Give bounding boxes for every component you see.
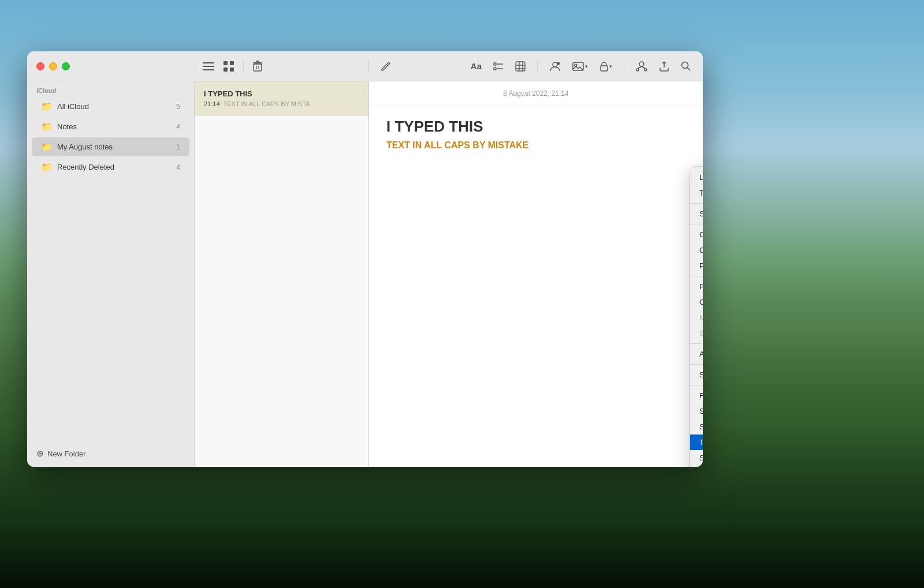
table-icon[interactable] — [515, 61, 526, 72]
svg-rect-12 — [494, 63, 496, 65]
context-menu-item-substitutions[interactable]: Substitutions › — [690, 419, 703, 435]
svg-rect-10 — [256, 66, 257, 69]
svg-rect-4 — [230, 61, 234, 65]
note-item-text: TEXT IN ALL CAPS BY MISTA... — [223, 100, 315, 107]
list-view-icon[interactable] — [203, 62, 214, 71]
app-window: Aa — [27, 51, 703, 467]
menu-separator — [690, 276, 703, 276]
menu-item-label: Spelling and Grammar — [699, 407, 703, 415]
context-menu-item-paste[interactable]: Paste — [690, 258, 703, 274]
context-menu-item-spelling[interactable]: Spelling and Grammar › — [690, 403, 703, 419]
format-text-icon[interactable]: Aa — [471, 61, 482, 71]
context-menu-item-speech[interactable]: Speech › — [690, 450, 703, 466]
svg-rect-9 — [254, 64, 262, 71]
sidebar-item-count: 4 — [176, 123, 180, 131]
svg-rect-8 — [253, 62, 262, 63]
sidebar-item-notes[interactable]: 📁 Notes 4 — [32, 117, 189, 136]
sidebar-item-count: 1 — [176, 143, 180, 151]
sidebar-item-label: Recently Deleted — [57, 163, 172, 171]
minimize-button[interactable] — [49, 62, 57, 70]
context-menu-item-search-google[interactable]: Search With Google — [690, 206, 703, 222]
sidebar-item-count: 4 — [176, 163, 180, 171]
sidebar-footer: ⊕ New Folder — [27, 440, 194, 467]
content-area: iCloud 📁 All iCloud 5 📁 Notes 4 📁 My Aug… — [27, 81, 703, 467]
context-menu-item-add-table[interactable]: Add Table ⌥⌘T — [690, 346, 703, 362]
toolbar-divider — [243, 61, 244, 72]
context-menu-item-transformations[interactable]: Transformations › — [690, 435, 703, 450]
context-menu-item-show-highlights: Show Highlights ^⌘I — [690, 325, 703, 341]
export-icon[interactable] — [659, 61, 669, 72]
checklist-icon[interactable] — [493, 61, 504, 72]
new-folder-button[interactable]: ⊕ New Folder — [36, 448, 185, 459]
menu-item-label: Look Up “TEXT IN ALL CAPS BY MISTAKE” — [699, 173, 703, 182]
svg-line-32 — [687, 68, 690, 70]
context-menu-item-copy[interactable]: Copy — [690, 242, 703, 258]
svg-point-26 — [639, 62, 644, 66]
grid-view-icon[interactable] — [223, 61, 234, 72]
collab-icon[interactable] — [549, 61, 561, 72]
menu-item-label: Share — [699, 370, 703, 379]
note-item-title: I TYPED THIS — [204, 89, 359, 98]
note-content[interactable]: I TYPED THIS TEXT IN ALL CAPS BY MISTAKE — [369, 106, 703, 467]
traffic-lights — [27, 62, 195, 70]
menu-item-label: Mark as Checked — [699, 313, 703, 322]
note-body: TEXT IN ALL CAPS BY MISTAKE — [386, 140, 685, 151]
svg-point-28 — [644, 69, 647, 71]
svg-line-29 — [638, 66, 642, 69]
svg-line-30 — [642, 66, 646, 69]
context-menu-item-cut[interactable]: Cut — [690, 227, 703, 242]
format-icons: Aa — [471, 61, 691, 72]
menu-item-label: Add Table — [699, 350, 703, 358]
toolbar-left — [195, 61, 369, 72]
toolbar-right: Aa — [369, 61, 703, 72]
context-menu-item-font[interactable]: Font › — [690, 388, 703, 403]
note-title: I TYPED THIS — [386, 118, 685, 136]
svg-point-31 — [682, 62, 688, 68]
folder-icon: 📁 — [41, 162, 53, 173]
menu-item-label: Cut — [699, 230, 703, 239]
menu-item-label: Paste — [699, 261, 703, 270]
svg-rect-7 — [256, 61, 259, 62]
svg-rect-2 — [203, 69, 214, 70]
note-list-item[interactable]: I TYPED THIS 21:14 TEXT IN ALL CAPS BY M… — [195, 81, 368, 116]
menu-separator — [690, 343, 703, 344]
compose-icon[interactable] — [381, 61, 391, 72]
folder-icon: 📁 — [41, 141, 53, 152]
notes-list: I TYPED THIS 21:14 TEXT IN ALL CAPS BY M… — [195, 81, 369, 467]
media-icon[interactable]: ▾ — [572, 61, 588, 72]
context-menu-item-checklist[interactable]: Checklist ⇧⌘L — [690, 294, 703, 310]
svg-rect-25 — [601, 66, 608, 71]
sidebar-item-label: Notes — [57, 122, 172, 131]
context-menu-item-paragraph-styles[interactable]: Paragraph Styles › — [690, 279, 703, 294]
sidebar-item-my-august-notes[interactable]: 📁 My August notes 1 — [32, 137, 189, 156]
menu-item-label: Speech — [699, 454, 703, 462]
svg-rect-0 — [203, 62, 214, 63]
toolbar: Aa — [27, 51, 703, 81]
maximize-button[interactable] — [62, 62, 70, 70]
close-button[interactable] — [36, 62, 44, 70]
toolbar-right-icons — [381, 61, 391, 72]
menu-item-label: Checklist — [699, 298, 703, 306]
menu-item-label: Font — [699, 391, 703, 400]
note-editor[interactable]: 8 August 2022, 21:14 I TYPED THIS TEXT I… — [369, 81, 703, 467]
menu-item-label: Search With Google — [699, 209, 703, 218]
menu-separator — [690, 385, 703, 385]
svg-rect-1 — [203, 66, 214, 67]
lock-icon[interactable]: ▾ — [599, 61, 612, 72]
sidebar-item-recently-deleted[interactable]: 📁 Recently Deleted 4 — [32, 158, 189, 177]
folder-icon: 📁 — [41, 101, 53, 112]
context-menu-item-mark-checked: Mark as Checked ⇧⌘U — [690, 310, 703, 325]
icloud-label: iCloud — [27, 81, 194, 96]
context-menu-item-look-up[interactable]: Look Up “TEXT IN ALL CAPS BY MISTAKE” — [690, 170, 703, 185]
context-menu-item-translate[interactable]: Translate “TEXT IN ALL CAPS BY MISTAKE” — [690, 185, 703, 201]
search-icon[interactable] — [681, 61, 691, 72]
share-collab-icon[interactable] — [636, 61, 647, 72]
delete-icon[interactable] — [253, 61, 262, 72]
sidebar-item-all-icloud[interactable]: 📁 All iCloud 5 — [32, 97, 189, 116]
menu-item-label: Transformations — [699, 438, 703, 447]
context-menu-item-layout[interactable]: Layout Orientation › — [690, 466, 703, 467]
note-item-time: 21:14 — [204, 100, 220, 107]
context-menu-item-share[interactable]: Share › — [690, 367, 703, 383]
svg-point-22 — [557, 62, 560, 65]
note-item-preview: 21:14 TEXT IN ALL CAPS BY MISTA... — [204, 100, 359, 107]
